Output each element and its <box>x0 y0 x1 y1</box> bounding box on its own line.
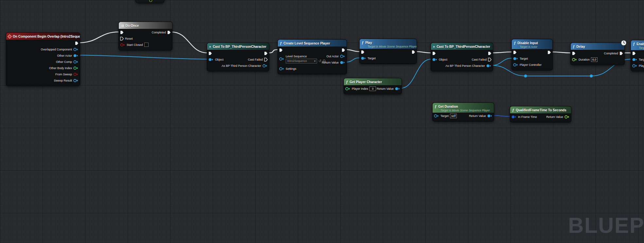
target-input[interactable]: self <box>450 114 457 118</box>
pin-level-sequence[interactable]: Level SequenceIntro2Sequence▾↺ <box>279 53 326 65</box>
exec-out-pin[interactable] <box>412 49 415 55</box>
pin-sweep-result[interactable]: Sweep Result <box>54 77 79 84</box>
pin-label: Return Value <box>546 115 563 119</box>
exec-out-pin[interactable] <box>488 50 492 56</box>
node-get-duration[interactable]: ƒGet DurationTarget is Movie Scene Seque… <box>432 103 494 122</box>
exec-out-pin[interactable] <box>547 49 551 55</box>
pin-completed[interactable]: Completed <box>152 29 171 35</box>
node-header[interactable]: ƒGet DurationTarget is Movie Scene Seque… <box>433 103 494 113</box>
node-title: On Component Begin Overlap (Intro2Sequen… <box>13 35 80 38</box>
exec-out-pin[interactable] <box>264 50 268 56</box>
pin-cast-failed[interactable]: Cast Failed <box>472 56 492 63</box>
pin-player-controller[interactable]: Player Controller <box>513 62 542 68</box>
pin-other-body-index[interactable]: Other Body Index <box>49 65 79 71</box>
pin-player-index[interactable]: Player Index0 <box>345 85 376 92</box>
node-create-lsp[interactable]: ƒCreate Level Sequence PlayerLevel Seque… <box>277 39 347 74</box>
pin-object[interactable]: Object <box>208 56 224 63</box>
pin-object[interactable]: Object <box>432 56 447 63</box>
exec-out-pin[interactable] <box>75 40 79 46</box>
pin-reset[interactable]: Reset <box>120 35 133 42</box>
pin-as-bp-third-person-character[interactable]: As BP Third Person Character <box>222 63 268 69</box>
cast-arrow-icon: » <box>209 45 211 48</box>
exec-in-pin[interactable] <box>432 50 436 56</box>
exec-in-pin[interactable] <box>513 49 517 55</box>
exec-in-pin[interactable] <box>361 49 365 55</box>
pin-return-value[interactable]: Return Value <box>322 59 345 65</box>
pin-label: Other Body Index <box>49 66 72 70</box>
node-play[interactable]: ƒPlayTarget is Movie Scene Sequence Play… <box>359 39 417 64</box>
pin-label: Start Closed <box>127 43 143 47</box>
function-icon: ƒ <box>512 108 514 112</box>
pin-return-value[interactable]: Return Value <box>546 114 570 120</box>
wire-object-9 <box>492 58 512 65</box>
start-closed-checkbox[interactable] <box>144 43 149 47</box>
exec-pin-icon <box>547 50 551 54</box>
node-header[interactable]: ƒQualifiedFrameTime To Seconds <box>510 106 571 113</box>
pin-settings[interactable]: Settings <box>279 65 296 72</box>
level-sequence-dropdown[interactable]: Intro2Sequence▾ <box>286 59 317 64</box>
node-header[interactable]: ƒCreate Level Sequence Player <box>278 40 347 47</box>
object-pin-icon <box>279 57 284 61</box>
object-pin-icon <box>486 64 492 68</box>
wire-exec-1 <box>171 32 207 53</box>
exec-in-pin[interactable] <box>632 50 636 56</box>
node-header[interactable]: ƒDelay <box>571 43 624 50</box>
pin-return-value[interactable]: Return Value <box>377 85 400 92</box>
duration-input[interactable]: 8,0 <box>591 57 598 62</box>
pin-other-actor[interactable]: Other Actor <box>57 52 79 59</box>
pin-duration[interactable]: Duration8,0 <box>572 56 598 63</box>
pin-label: Cast Failed <box>248 58 263 61</box>
pin-target[interactable]: Target <box>361 55 376 61</box>
exec-pin-icon <box>432 51 436 55</box>
node-delay[interactable]: ƒDelayCompletedDuration8,0 <box>570 43 625 65</box>
node-header[interactable]: On Component Begin Overlap (Intro2Sequen… <box>6 33 80 40</box>
node-header[interactable]: ƒPlayTarget is Movie Scene Sequence Play… <box>360 39 417 49</box>
wire-exec-4 <box>346 50 360 52</box>
pin-target[interactable]: Target <box>632 56 644 63</box>
node-event-begin-overlap[interactable]: On Component Begin Overlap (Intro2Sequen… <box>6 32 80 86</box>
node-offscreen[interactable] <box>135 0 165 3</box>
reset-to-default-icon[interactable]: ↺ <box>318 59 321 63</box>
node-header[interactable]: »Cast To BP_ThirdPersonCharacter <box>431 43 493 50</box>
pin-overlapped-component[interactable]: Overlapped Component <box>41 46 79 52</box>
exec-pin-icon <box>208 51 212 55</box>
node-cast-2[interactable]: »Cast To BP_ThirdPersonCharacterObjectCa… <box>431 43 493 71</box>
player-index-input[interactable]: 0 <box>369 86 376 91</box>
pin-target[interactable]: Targetself <box>434 113 457 119</box>
exec-in-pin[interactable] <box>572 50 576 56</box>
offscreen-pin[interactable] <box>149 0 152 2</box>
pin-as-bp-third-person-character[interactable]: As BP Third Person Character <box>445 63 492 69</box>
node-disable-input[interactable]: ƒDisable InputTarget is ActorTargetPlaye… <box>511 39 553 70</box>
pin-return-value[interactable]: Return Value <box>469 113 492 119</box>
node-header[interactable]: ⇉Do Once <box>119 22 172 29</box>
float-pin-icon <box>564 115 570 119</box>
node-header[interactable]: »Cast To BP_ThirdPersonCharacter <box>207 43 269 50</box>
pin-out-actor[interactable]: Out Actor <box>326 53 345 59</box>
exec-in-pin[interactable] <box>279 47 283 53</box>
node-header[interactable]: ƒEnable InputTarget is Actor <box>631 40 644 50</box>
pin-cast-failed[interactable]: Cast Failed <box>248 56 268 63</box>
node-get-player-character[interactable]: ƒGet Player CharacterPlayer Index0Return… <box>344 78 402 94</box>
reroute-node[interactable] <box>524 75 527 78</box>
pin-in-frame-time[interactable]: In Frame Time <box>511 114 537 120</box>
node-enable-input[interactable]: ƒEnable InputTarget is ActorTargetPlayer… <box>631 40 644 71</box>
exec-in-pin[interactable] <box>208 50 212 56</box>
node-cast-1[interactable]: »Cast To BP_ThirdPersonCharacterObjectCa… <box>207 43 269 71</box>
node-header[interactable]: ƒDisable InputTarget is Actor <box>512 39 552 49</box>
node-header[interactable]: ƒGet Player Character <box>344 78 402 85</box>
exec-in-pin[interactable] <box>120 29 124 35</box>
object-pin-icon <box>279 67 284 71</box>
reroute-node[interactable] <box>590 75 593 78</box>
pin-label: Object <box>215 58 224 61</box>
exec-out-pin[interactable] <box>342 47 345 53</box>
pin-completed[interactable]: Completed <box>604 50 623 56</box>
pin-start-closed[interactable]: Start Closed <box>120 42 149 48</box>
pin-label: As BP Third Person Character <box>445 64 485 67</box>
node-do-once[interactable]: ⇉Do OnceCompletedResetStart Closed <box>118 22 172 50</box>
graph-canvas[interactable]: BLUEPRINT On Component Begin Overlap (In… <box>0 0 644 243</box>
pin-player-controller[interactable]: Player Controller <box>632 63 644 69</box>
pin-other-comp[interactable]: Other Comp <box>56 59 79 65</box>
node-qft-to-seconds[interactable]: ƒQualifiedFrameTime To SecondsIn Frame T… <box>510 106 571 122</box>
pin-target[interactable]: Target <box>513 55 528 62</box>
pin-from-sweep[interactable]: From Sweep <box>55 71 79 77</box>
